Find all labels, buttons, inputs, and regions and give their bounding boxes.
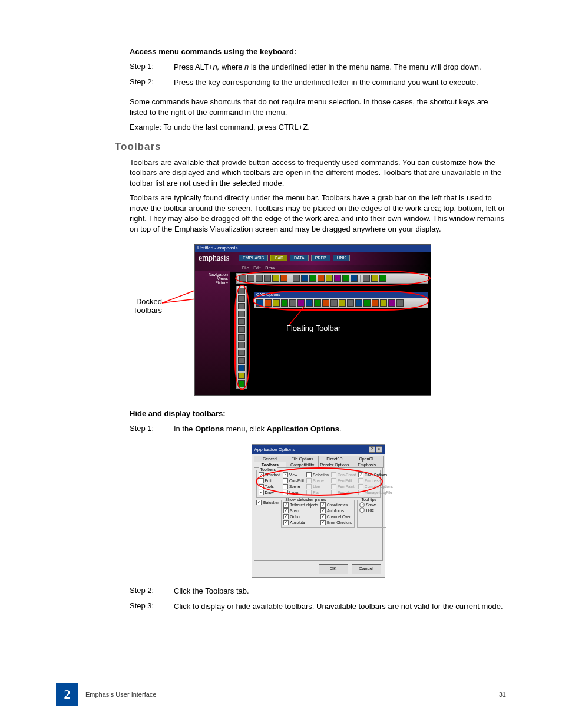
toolbar-icon[interactable] (238, 303, 245, 309)
cancel-button[interactable]: Cancel (352, 564, 381, 574)
toolbar-icon[interactable] (293, 275, 300, 282)
toolbar-icon[interactable] (265, 299, 272, 307)
screenshot-emphasis-window: Untitled - emphasis emphasis EMPHASIS CA… (194, 244, 431, 396)
toolbar-icon[interactable] (314, 299, 321, 307)
checkbox-label: Autofocus (327, 509, 344, 513)
checkbox-icon (331, 478, 336, 483)
toolbar-icon[interactable] (318, 275, 325, 282)
checkbox-pane[interactable]: ✓Tethered objects (283, 502, 318, 508)
toolbar-icon[interactable] (388, 299, 395, 307)
checkbox-pane[interactable]: ✓Snap (283, 508, 318, 513)
app-header: emphasis EMPHASIS CAD DATA PREP LINK (195, 252, 431, 265)
ok-button[interactable]: OK (319, 564, 348, 574)
toolbar-icon[interactable] (247, 275, 254, 282)
checkbox-pane[interactable]: ✓Autofocus (320, 508, 352, 513)
mode-tab[interactable]: EMPHASIS (239, 255, 268, 261)
checkbox-toolbar[interactable]: ✓CAD Options (358, 472, 393, 477)
page-number: 31 (499, 691, 506, 698)
checkbox-toolbar[interactable]: Edit (259, 478, 280, 483)
radio-tooltip[interactable]: •Show (359, 502, 384, 508)
checkbox-pane[interactable]: ✓Coordinates (320, 502, 352, 508)
toolbar-icon[interactable] (238, 357, 245, 364)
menu-item[interactable]: Draw (265, 266, 275, 270)
checkbox-toolbar[interactable]: Selection (306, 472, 329, 477)
toolbar-icon[interactable] (301, 275, 308, 282)
toolbar-icon[interactable] (334, 275, 341, 282)
checkbox-toolbar[interactable]: Layer (283, 490, 304, 495)
menu-item[interactable]: Edit (253, 266, 260, 270)
toolbar-icon[interactable] (272, 275, 279, 282)
docked-toolbar-side[interactable] (236, 286, 247, 389)
toolbar-icon[interactable] (347, 299, 354, 307)
panel-item[interactable]: Navigation (197, 272, 228, 276)
checkbox-label: Scene (289, 485, 300, 489)
checkbox-icon (283, 490, 288, 495)
toolbar-icon[interactable] (238, 373, 245, 379)
toolbar-icon[interactable] (238, 295, 245, 302)
checkbox-icon (306, 490, 312, 495)
toolbar-icon[interactable] (355, 299, 362, 307)
mode-tab[interactable]: PREP (311, 255, 330, 261)
toolbar-icon[interactable] (396, 299, 404, 307)
paragraph: Toolbars are typically found directly un… (130, 193, 507, 234)
help-icon[interactable]: ? (369, 446, 375, 453)
toolbar-icon[interactable] (238, 350, 245, 356)
toolbar-icon[interactable] (239, 275, 246, 282)
checkbox-toolbar[interactable]: ✓Draw (259, 490, 280, 495)
toolbar-icon[interactable] (273, 299, 280, 307)
checkbox-icon: ✓ (320, 520, 326, 525)
checkbox-statusbar[interactable]: ✓Statusbar (256, 500, 279, 505)
checkbox-pane[interactable]: ✓Channel Over (320, 514, 352, 519)
toolbar-icon[interactable] (379, 275, 386, 282)
toolbar-icon[interactable] (330, 299, 338, 307)
toolbar-icon[interactable] (264, 275, 271, 282)
mode-tab[interactable]: LINK (333, 255, 351, 261)
mode-tab[interactable]: DATA (290, 255, 309, 261)
mode-tab[interactable]: CAD (270, 255, 287, 261)
text: In the (174, 424, 195, 433)
docked-toolbar-top[interactable] (236, 273, 428, 284)
close-icon[interactable]: × (376, 446, 382, 453)
toolbar-icon[interactable] (256, 275, 263, 282)
floating-toolbar[interactable]: CAD Options (254, 292, 428, 308)
toolbar-icon[interactable] (238, 365, 245, 371)
toolbar-icon[interactable] (363, 275, 370, 282)
toolbar-icon[interactable] (281, 299, 288, 307)
toolbar-icon[interactable] (371, 275, 378, 282)
toolbar-icon[interactable] (238, 326, 245, 332)
toolbar-icon[interactable] (380, 299, 387, 307)
checkbox-toolbar[interactable]: Con-Edit (283, 478, 304, 483)
panel-item[interactable]: Fixture (197, 281, 228, 285)
toolbar-icon[interactable] (306, 299, 313, 307)
toolbar-icon[interactable] (351, 275, 358, 282)
toolbar-icon[interactable] (280, 275, 287, 282)
radio-tooltip[interactable]: Hide (359, 508, 384, 513)
checkbox-icon (306, 484, 312, 489)
toolbar-icon[interactable] (342, 275, 349, 282)
toolbar-icon[interactable] (238, 342, 245, 348)
toolbar-icon[interactable] (322, 299, 329, 307)
toolbar-icon[interactable] (326, 275, 333, 282)
toolbar-icon[interactable] (238, 380, 245, 387)
toolbar-icon[interactable] (256, 299, 263, 307)
toolbar-icon[interactable] (238, 288, 245, 294)
toolbar-icon[interactable] (238, 318, 245, 325)
checkbox-pane[interactable]: ✓Ortho (283, 514, 318, 519)
toolbar-icon[interactable] (372, 299, 379, 307)
checkbox-toolbar[interactable]: Scene (283, 484, 304, 489)
checkbox-toolbar[interactable]: ✓Standard (259, 472, 280, 477)
checkbox-toolbar[interactable]: Tools (259, 484, 280, 489)
menu-item[interactable]: File (242, 266, 249, 270)
toolbar-icon[interactable] (339, 299, 346, 307)
toolbar-icon[interactable] (363, 299, 371, 307)
toolbar-icon[interactable] (297, 299, 305, 307)
checkbox-icon: ✓ (320, 514, 326, 519)
toolbar-icon[interactable] (238, 311, 245, 317)
checkbox-toolbar[interactable]: ✓View (283, 472, 304, 477)
checkbox-pane[interactable]: ✓Absolute (283, 520, 318, 525)
toolbar-icon[interactable] (289, 299, 296, 307)
panel-item[interactable]: Views (197, 276, 228, 281)
toolbar-icon[interactable] (309, 275, 316, 282)
toolbar-icon[interactable] (238, 334, 245, 341)
checkbox-pane[interactable]: ✓Error Checking (320, 520, 352, 525)
